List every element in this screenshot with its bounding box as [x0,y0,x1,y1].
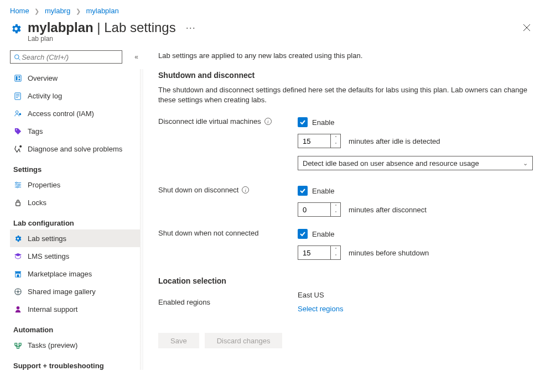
shutdown-on-disconnect-enable-checkbox[interactable] [298,186,308,196]
sidebar-section-header: Settings [13,165,140,174]
shutdown-not-connected-minutes-input[interactable] [298,246,330,259]
disconnect-idle-label: Disconnect idle virtual machines i [158,117,298,126]
sidebar-item-label: Locks [28,198,46,207]
sidebar-item-tags[interactable]: Tags [10,122,140,140]
sidebar-item-label: LMS settings [28,252,69,260]
breadcrumb-rg[interactable]: mylabrg [45,7,70,15]
sidebar-item-lms-settings[interactable]: LMS settings [10,247,140,265]
sidebar-item-internal-support[interactable]: Internal support [10,300,140,318]
enable-label: Enable [312,118,334,127]
sidebar-item-overview[interactable]: Overview [10,69,140,87]
sidebar-item-label: Activity log [28,92,62,100]
sidebar-item-locks[interactable]: Locks [10,194,140,211]
breadcrumb: Home ❯ mylabrg ❯ mylabplan [10,0,535,15]
enable-label: Enable [312,230,334,238]
discard-button[interactable]: Discard changes [205,333,283,348]
iam-icon [13,109,22,118]
sidebar-item-label: Marketplace images [28,270,92,278]
svg-rect-6 [18,76,20,77]
close-button[interactable] [518,19,535,36]
sidebar-item-label: Diagnose and solve problems [28,145,122,153]
svg-point-26 [17,290,19,292]
sidebar-item-label: Tags [28,127,43,135]
enabled-regions-label: Enabled regions [158,291,298,313]
section-location-title: Location selection [158,276,528,285]
svg-rect-22 [15,202,20,206]
stepper-down[interactable]: ˅ [331,210,340,216]
svg-rect-28 [14,343,17,345]
stepper-up[interactable]: ˄ [331,246,340,253]
info-icon[interactable]: i [264,118,272,125]
disconnect-idle-enable-checkbox[interactable] [298,117,308,127]
svg-rect-5 [15,76,17,80]
enabled-regions-value: East US [298,291,343,299]
select-regions-link[interactable]: Select regions [298,305,343,313]
stepper-down[interactable]: ˅ [331,253,340,259]
sidebar-item-tasks-preview-[interactable]: Tasks (preview) [10,336,140,354]
sidebar-item-access-control-iam-[interactable]: Access control (IAM) [10,104,140,122]
svg-point-19 [15,182,17,184]
enable-label: Enable [312,187,334,195]
shutdown-not-connected-label: Shut down when not connected [158,229,298,237]
sidebar-item-diagnose-and-solve-problems[interactable]: Diagnose and solve problems [10,140,140,158]
shutdown-not-connected-enable-checkbox[interactable] [298,229,308,239]
sidebar-item-label: Properties [28,181,60,189]
shutdown-not-connected-minutes-stepper[interactable]: ˄˅ [298,245,341,260]
more-actions[interactable]: ··· [186,22,196,34]
chevron-right-icon: ❯ [34,8,39,15]
shutdown-on-disconnect-minutes-stepper[interactable]: ˄˅ [298,202,341,217]
svg-rect-7 [18,79,20,80]
disconnect-idle-minutes-stepper[interactable]: ˄˅ [298,134,341,148]
gear-icon [10,23,22,35]
breadcrumb-plan[interactable]: mylabplan [86,7,118,15]
svg-point-27 [16,306,19,309]
svg-line-3 [18,58,20,60]
diagnose-icon [13,144,22,153]
sidebar-item-label: Tasks (preview) [28,341,77,349]
top-description: Lab settings are applied to any new labs… [158,51,528,60]
stepper-up[interactable]: ˄ [331,134,340,141]
svg-point-15 [19,145,21,147]
support-icon [13,305,22,313]
sidebar-item-properties[interactable]: Properties [10,176,140,194]
svg-rect-29 [19,343,21,345]
info-icon[interactable]: i [242,186,249,194]
stepper-up[interactable]: ˄ [331,203,340,210]
shutdown-on-disconnect-minutes-input[interactable] [298,203,330,216]
sidebar-item-label: Lab settings [28,234,66,243]
chevron-down-icon: ⌄ [523,160,528,167]
sidebar-item-shared-image-gallery[interactable]: Shared image gallery [10,283,140,300]
chevron-right-icon: ❯ [76,8,81,15]
sidebar-menu: OverviewActivity logAccess control (IAM)… [10,69,141,370]
properties-icon [13,180,22,189]
breadcrumb-home[interactable]: Home [10,7,29,15]
activitylog-icon [13,91,22,100]
save-button[interactable]: Save [158,333,199,348]
search-input-wrapper[interactable] [10,50,122,64]
sidebar-item-activity-log[interactable]: Activity log [10,87,140,104]
idle-detection-value: Detect idle based on user absence and re… [303,159,479,168]
idle-detection-dropdown[interactable]: Detect idle based on user absence and re… [298,156,533,170]
svg-point-14 [15,129,17,130]
svg-point-12 [15,111,18,113]
overview-icon [13,74,22,82]
sidebar-section-header: Automation [13,326,140,334]
sidebar-item-marketplace-images[interactable]: Marketplace images [10,265,140,283]
sidebar-item-label: Internal support [28,305,77,313]
sidebar-section-header: Lab configuration [13,219,140,227]
page-title: mylabplan | Lab settings [28,20,176,35]
svg-point-2 [15,55,19,59]
locks-icon [13,198,22,207]
sidebar: « OverviewActivity logAccess control (IA… [10,50,141,372]
disconnect-idle-minutes-input[interactable] [298,134,330,148]
collapse-sidebar[interactable]: « [132,51,141,63]
lms-icon [13,252,22,260]
stepper-down[interactable]: ˅ [331,141,340,148]
sidebar-item-label: Shared image gallery [28,288,96,296]
sidebar-item-label: Access control (IAM) [28,109,94,118]
search-icon [14,54,20,61]
sidebar-item-lab-settings[interactable]: Lab settings [10,229,140,247]
search-input[interactable] [20,53,118,62]
svg-point-13 [19,113,21,115]
disconnect-idle-suffix: minutes after idle is detected [349,137,440,145]
